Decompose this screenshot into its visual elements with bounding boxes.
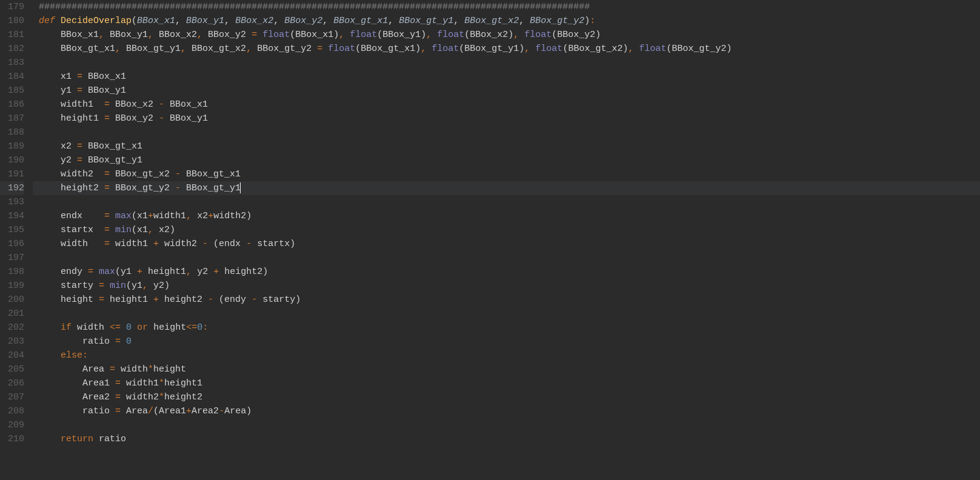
code-line[interactable]: ratio = 0 <box>33 335 980 348</box>
code-line[interactable]: Area2 = width2*height2 <box>33 390 980 404</box>
token-txt: Area2 <box>39 392 115 402</box>
token-punc: ) <box>584 16 590 26</box>
token-txt: starty <box>39 281 99 291</box>
token-op: = <box>99 281 104 291</box>
token-op: + <box>153 295 159 305</box>
code-line[interactable] <box>33 307 980 321</box>
token-txt: x1 <box>39 72 77 82</box>
token-op: = <box>99 295 104 305</box>
code-line[interactable]: width1 = BBox_x2 - BBox_x1 <box>33 98 980 112</box>
line-number: 189 <box>0 139 24 153</box>
line-number: 187 <box>0 112 24 125</box>
token-param: BBox_y2 <box>284 16 322 26</box>
token-txt: height2 <box>164 392 202 402</box>
token-txt <box>104 281 110 291</box>
token-txt: width1 <box>39 99 104 110</box>
token-kw2: if <box>61 322 72 333</box>
code-line[interactable]: BBox_gt_x1, BBox_gt_y1, BBox_gt_x2, BBox… <box>33 42 980 56</box>
code-line[interactable]: y2 = BBox_gt_y1 <box>33 153 980 167</box>
code-line[interactable]: width = width1 + width2 - (endx - startx… <box>33 237 980 251</box>
code-line[interactable]: else: <box>33 348 980 362</box>
code-line[interactable] <box>33 125 980 139</box>
token-kw2: else <box>61 350 82 361</box>
code-line[interactable]: startx = min(x1, x2) <box>33 223 980 237</box>
token-punc: (x1 <box>132 211 148 221</box>
token-param: BBox_gt_y1 <box>399 16 453 26</box>
token-op: = <box>115 378 121 388</box>
token-txt <box>93 267 99 277</box>
token-txt: ratio <box>39 336 115 347</box>
line-number: 184 <box>0 70 24 84</box>
line-number: 201 <box>0 307 24 321</box>
token-txt <box>121 322 126 333</box>
token-txt: BBox_gt_y1 <box>121 44 181 54</box>
token-op: - <box>208 295 213 305</box>
token-op: <= <box>186 322 197 333</box>
code-line[interactable]: endx = max(x1+width1, x2+width2) <box>33 209 980 223</box>
token-txt: y2) <box>148 281 170 291</box>
code-line[interactable]: Area1 = width1*height1 <box>33 376 980 390</box>
token-txt: BBox_x2 <box>110 99 159 110</box>
token-txt: endx <box>39 211 104 221</box>
line-number: 192 <box>0 181 24 195</box>
code-line[interactable]: y1 = BBox_y1 <box>33 84 980 98</box>
line-number: 188 <box>0 125 24 139</box>
code-line[interactable]: x2 = BBox_gt_x1 <box>33 139 980 153</box>
code-area[interactable]: ########################################… <box>33 0 980 446</box>
token-txt: width <box>72 322 110 333</box>
token-txt: BBox_y1 <box>164 113 208 124</box>
line-number: 181 <box>0 28 24 42</box>
token-op: : <box>82 350 88 361</box>
code-line[interactable] <box>33 418 980 432</box>
code-line[interactable]: Area = width*height <box>33 362 980 376</box>
token-op: = <box>104 113 110 124</box>
token-punc: (BBox_gt_x1) <box>355 44 421 54</box>
code-line[interactable]: height1 = BBox_y2 - BBox_y1 <box>33 112 980 125</box>
token-punc: ( <box>132 16 137 26</box>
token-txt: x2) <box>153 225 175 235</box>
code-line[interactable]: width2 = BBox_gt_x2 - BBox_gt_x1 <box>33 167 980 181</box>
code-line[interactable]: starty = min(y1, y2) <box>33 279 980 293</box>
code-line[interactable]: height = height1 + height2 - (endy - sta… <box>33 293 980 307</box>
code-line[interactable]: ########################################… <box>33 0 980 14</box>
token-kw2: or <box>137 322 148 333</box>
code-line[interactable]: ratio = Area/(Area1+Area2-Area) <box>33 404 980 418</box>
code-line[interactable] <box>33 195 980 209</box>
token-txt: BBox_y1 <box>104 30 148 40</box>
code-line[interactable]: endy = max(y1 + height1, y2 + height2) <box>33 265 980 279</box>
code-editor[interactable]: 1791801811821831841851861871881891901911… <box>0 0 980 446</box>
token-txt: height2) <box>219 267 268 277</box>
token-op: = <box>104 99 110 110</box>
code-line[interactable]: BBox_x1, BBox_y1, BBox_x2, BBox_y2 = flo… <box>33 28 980 42</box>
token-op: , <box>186 267 192 277</box>
token-txt: BBox_x1 <box>164 99 208 110</box>
code-line[interactable] <box>33 251 980 265</box>
token-param: BBox_gt_x1 <box>333 16 388 26</box>
token-num: 0 <box>126 336 132 347</box>
token-txt: BBox_gt_y1 <box>181 183 241 193</box>
token-txt: BBox_y2 <box>202 30 252 40</box>
token-txt: Area) <box>224 406 252 416</box>
token-op: = <box>115 336 121 347</box>
token-op: , <box>115 44 121 54</box>
code-line[interactable]: return ratio <box>33 432 980 446</box>
token-txt <box>530 44 535 54</box>
token-txt: Area <box>39 364 110 375</box>
token-txt: width2 <box>39 169 104 179</box>
token-op: + <box>186 406 192 416</box>
code-line[interactable]: height2 = BBox_gt_y2 - BBox_gt_y1 <box>33 181 980 195</box>
code-line[interactable]: if width <= 0 or height<=0: <box>33 321 980 335</box>
token-punc: , <box>175 16 186 26</box>
token-punc: (BBox_gt_y1) <box>459 44 524 54</box>
code-line[interactable]: x1 = BBox_x1 <box>33 70 980 84</box>
token-bi: float <box>350 30 377 40</box>
token-txt: endy <box>39 267 88 277</box>
line-number: 202 <box>0 321 24 335</box>
token-bi: max <box>99 267 115 277</box>
token-bi: min <box>110 281 126 291</box>
code-line[interactable] <box>33 56 980 70</box>
code-line[interactable]: def DecideOverlap(BBox_x1, BBox_y1, BBox… <box>33 14 980 28</box>
token-kw2: return <box>61 434 93 444</box>
token-txt <box>432 30 437 40</box>
token-txt: height2 <box>159 295 208 305</box>
